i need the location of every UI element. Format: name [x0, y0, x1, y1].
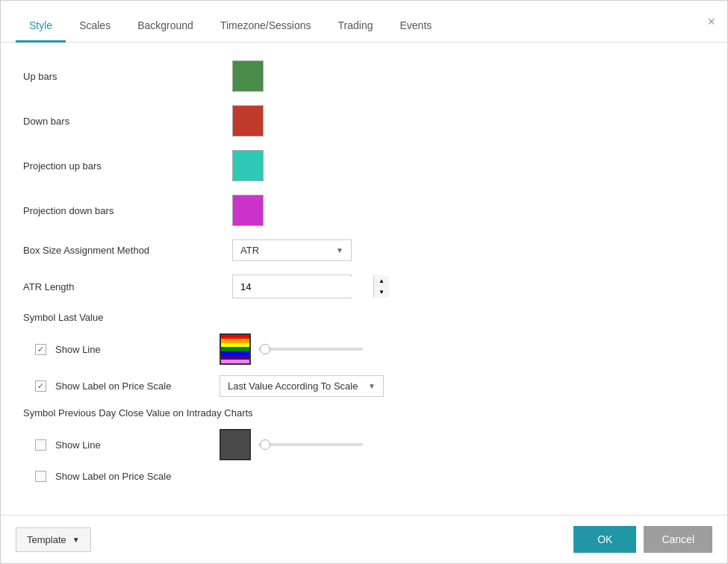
atr-spin-buttons: ▲ ▼	[373, 275, 389, 298]
box-size-label: Box Size Assignment Method	[23, 245, 232, 256]
ok-button[interactable]: OK	[573, 526, 636, 553]
prev-day-show-label-row: Show Label on Price Scale	[35, 471, 705, 482]
box-size-row: Box Size Assignment Method ATR ▼	[23, 239, 705, 261]
footer: Template ▼ OK Cancel	[1, 515, 727, 563]
last-value-scale-dropdown[interactable]: Last Value According To Scale ▼	[220, 375, 384, 397]
dialog: Style Scales Background Timezone/Session…	[0, 0, 728, 564]
tab-trading[interactable]: Trading	[325, 7, 387, 43]
atr-length-input[interactable]	[233, 277, 373, 297]
atr-length-label: ATR Length	[23, 281, 232, 292]
prev-day-show-label-label: Show Label on Price Scale	[55, 471, 220, 482]
symbol-last-value-title: Symbol Last Value	[23, 312, 705, 323]
style-content: Up bars Down bars Projection up bars Pro…	[1, 43, 727, 515]
projection-down-bars-color-swatch[interactable]	[232, 195, 264, 226]
projection-up-bars-row: Projection up bars	[23, 150, 705, 181]
projection-down-bars-label: Projection down bars	[23, 205, 232, 216]
template-label: Template	[27, 534, 66, 545]
projection-up-bars-label: Projection up bars	[23, 160, 232, 172]
prev-day-show-line-label: Show Line	[55, 439, 220, 451]
tab-timezone[interactable]: Timezone/Sessions	[207, 7, 325, 43]
last-value-show-line-row: Show Line	[35, 333, 705, 365]
prev-day-opacity-track[interactable]	[258, 443, 363, 446]
template-button[interactable]: Template ▼	[16, 527, 91, 552]
last-value-dropdown-arrow: ▼	[368, 382, 376, 390]
up-bars-row: Up bars	[23, 60, 705, 92]
box-size-dropdown[interactable]: ATR ▼	[232, 239, 352, 261]
last-value-show-line-checkbox[interactable]	[35, 344, 46, 355]
down-bars-label: Down bars	[23, 116, 232, 127]
down-bars-color-swatch[interactable]	[232, 105, 264, 137]
last-value-opacity-thumb[interactable]	[260, 344, 270, 354]
prev-day-color-swatch[interactable]	[220, 429, 251, 460]
prev-day-opacity-thumb[interactable]	[260, 439, 270, 450]
atr-spin-up[interactable]: ▲	[374, 275, 389, 286]
projection-up-bars-color-swatch[interactable]	[232, 150, 264, 181]
tab-background[interactable]: Background	[124, 7, 207, 43]
tab-scales[interactable]: Scales	[66, 7, 124, 43]
template-dropdown-arrow: ▼	[72, 536, 80, 544]
tab-style[interactable]: Style	[16, 7, 66, 43]
close-button[interactable]: ×	[707, 15, 715, 28]
prev-day-show-line-checkbox[interactable]	[35, 439, 46, 451]
symbol-prev-day-title: Symbol Previous Day Close Value on Intra…	[23, 407, 705, 419]
projection-down-bars-row: Projection down bars	[23, 195, 705, 226]
last-value-show-label-label: Show Label on Price Scale	[55, 380, 220, 392]
last-value-color-swatch[interactable]	[220, 333, 251, 365]
prev-day-show-label-checkbox[interactable]	[35, 471, 46, 482]
prev-day-show-line-row: Show Line	[35, 429, 705, 460]
up-bars-color-swatch[interactable]	[232, 60, 264, 92]
last-value-show-line-label: Show Line	[55, 344, 220, 355]
atr-spin-down[interactable]: ▼	[374, 286, 389, 298]
tabs-bar: Style Scales Background Timezone/Session…	[1, 1, 727, 43]
tab-events[interactable]: Events	[386, 7, 445, 43]
atr-length-row: ATR Length ▲ ▼	[23, 275, 705, 298]
last-value-opacity-track[interactable]	[258, 348, 363, 351]
cancel-button[interactable]: Cancel	[644, 526, 712, 553]
down-bars-row: Down bars	[23, 105, 705, 137]
box-size-value: ATR	[240, 245, 259, 256]
last-value-opacity-slider-wrap	[258, 348, 363, 351]
prev-day-opacity-slider-wrap	[258, 443, 363, 446]
footer-right: OK Cancel	[573, 526, 712, 553]
last-value-show-label-checkbox[interactable]	[35, 380, 46, 392]
box-size-dropdown-arrow: ▼	[336, 246, 343, 254]
atr-length-input-wrap: ▲ ▼	[232, 275, 352, 298]
up-bars-label: Up bars	[23, 71, 232, 82]
last-value-show-label-row: Show Label on Price Scale Last Value Acc…	[35, 375, 705, 397]
last-value-dropdown-text: Last Value According To Scale	[228, 380, 358, 392]
